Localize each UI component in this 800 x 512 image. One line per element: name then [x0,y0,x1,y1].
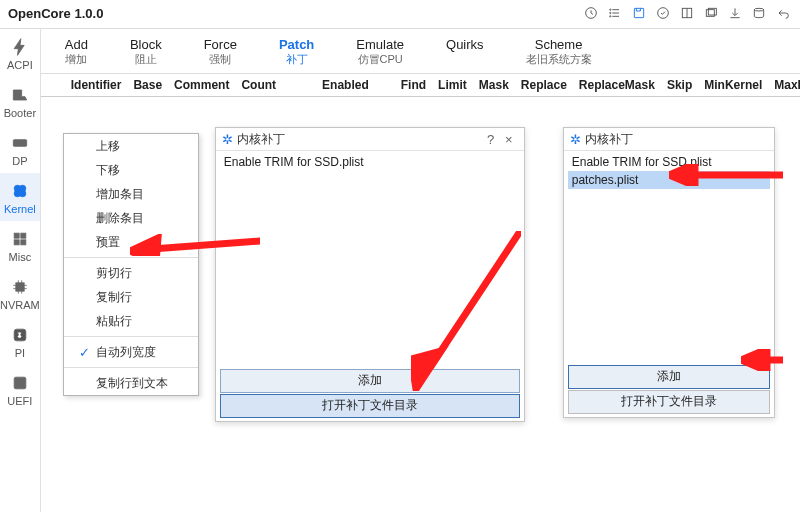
help-icon[interactable]: ? [482,132,500,147]
download-icon[interactable] [726,4,744,22]
gear-icon: ✲ [222,132,233,147]
col-find[interactable]: Find [395,74,432,96]
svg-point-3 [610,16,611,17]
tab-add[interactable]: Add增加 [59,35,94,69]
sidebar-item-uefi[interactable]: UEFI [0,365,40,413]
tabbar: Add增加 Block阻止 Force强制 Patch补丁 Emulate仿冒C… [41,29,800,74]
menu-add-entry[interactable]: 增加条目 [64,182,198,206]
layers-icon[interactable] [702,4,720,22]
boot-icon [9,84,31,106]
tab-force[interactable]: Force强制 [198,35,243,69]
svg-rect-4 [634,8,643,17]
svg-rect-18 [14,239,19,244]
db-icon[interactable] [750,4,768,22]
apple-icon [9,324,31,346]
svg-rect-19 [21,239,26,244]
svg-point-11 [22,141,25,144]
gear-icon: ✲ [570,132,581,147]
menu-copy-row[interactable]: 复制行 [64,285,198,309]
sidebar: ACPI Booter DP Kernel Misc NVRAM PI UEFI [0,29,41,512]
menu-move-up[interactable]: 上移 [64,134,198,158]
misc-icon [9,228,31,250]
sidebar-item-misc[interactable]: Misc [0,221,40,269]
sidebar-item-dp[interactable]: DP [0,125,40,173]
sidebar-item-label: NVRAM [0,299,40,311]
annotation-arrow-2 [411,231,521,391]
patch-file-list[interactable]: Enable TRIM for SSD.plist [216,151,524,173]
col-enabled[interactable]: Enabled [316,74,375,96]
sidebar-item-label: ACPI [7,59,33,71]
col-identifier[interactable]: Identifier [65,74,128,96]
dialog-title: 内核补丁 [237,131,285,148]
verify-icon[interactable] [654,4,672,22]
table-header: Identifier Base Comment Count Enabled Fi… [41,74,800,97]
col-base[interactable]: Base [127,74,168,96]
add-button[interactable]: 添加 [568,365,770,389]
annotation-arrow-1 [130,234,260,256]
book-icon[interactable] [678,4,696,22]
col-replacemask[interactable]: ReplaceMask [573,74,661,96]
menu-move-down[interactable]: 下移 [64,158,198,182]
col-mask[interactable]: Mask [473,74,515,96]
kernel-icon [9,180,31,202]
sidebar-item-pi[interactable]: PI [0,317,40,365]
svg-point-15 [19,190,26,197]
svg-rect-16 [14,233,19,238]
tab-block[interactable]: Block阻止 [124,35,168,69]
titlebar: OpenCore 1.0.0 [0,0,800,29]
menu-auto-col[interactable]: ✓自动列宽度 [64,340,198,364]
tab-emulate[interactable]: Emulate仿冒CPU [350,35,410,69]
menu-paste-row[interactable]: 粘贴行 [64,309,198,333]
app-title: OpenCore 1.0.0 [8,0,103,28]
sidebar-item-nvram[interactable]: NVRAM [0,269,40,317]
sidebar-item-booter[interactable]: Booter [0,77,40,125]
svg-point-1 [610,9,611,10]
recent-icon[interactable] [582,4,600,22]
svg-point-9 [754,8,763,11]
col-minkernel[interactable]: MinKernel [698,74,768,96]
dialog-title: 内核补丁 [585,131,633,148]
dp-icon [9,132,31,154]
col-count[interactable]: Count [235,74,282,96]
svg-rect-20 [16,282,24,290]
sidebar-item-label: Booter [4,107,36,119]
svg-point-5 [658,8,669,19]
bolt-icon [9,36,31,58]
menu-copy-text[interactable]: 复制行到文本 [64,371,198,395]
annotation-arrow-3 [669,164,783,186]
col-maxkernel[interactable]: MaxKer [768,74,800,96]
sidebar-item-label: Misc [9,251,32,263]
svg-point-2 [610,12,611,13]
uefi-icon [9,372,31,394]
open-folder-button[interactable]: 打开补丁文件目录 [220,394,520,418]
col-comment[interactable]: Comment [168,74,235,96]
menu-del-entry[interactable]: 删除条目 [64,206,198,230]
open-folder-button[interactable]: 打开补丁文件目录 [568,390,770,414]
save-icon[interactable] [630,4,648,22]
tab-patch[interactable]: Patch补丁 [273,35,320,69]
sidebar-item-label: Kernel [4,203,36,215]
tab-quirks[interactable]: Quirks [440,35,490,69]
chip-icon [9,276,31,298]
sidebar-item-label: UEFI [7,395,32,407]
sidebar-item-acpi[interactable]: ACPI [0,29,40,77]
col-replace[interactable]: Replace [515,74,573,96]
menu-cut-row[interactable]: 剪切行 [64,261,198,285]
close-icon[interactable]: × [500,132,518,147]
list-item[interactable]: Enable TRIM for SSD.plist [220,153,520,171]
col-limit[interactable]: Limit [432,74,473,96]
context-menu: 上移 下移 增加条目 删除条目 预置 剪切行 复制行 粘贴行 ✓自动列宽度 复制… [63,133,199,396]
sidebar-item-label: PI [15,347,25,359]
sidebar-item-label: DP [12,155,27,167]
tab-scheme[interactable]: Scheme老旧系统方案 [520,35,598,69]
col-skip[interactable]: Skip [661,74,698,96]
sidebar-item-kernel[interactable]: Kernel [0,173,40,221]
annotation-arrow-4 [741,349,783,371]
check-icon: ✓ [74,340,96,364]
undo-icon[interactable] [774,4,792,22]
list-icon[interactable] [606,4,624,22]
svg-rect-17 [21,233,26,238]
